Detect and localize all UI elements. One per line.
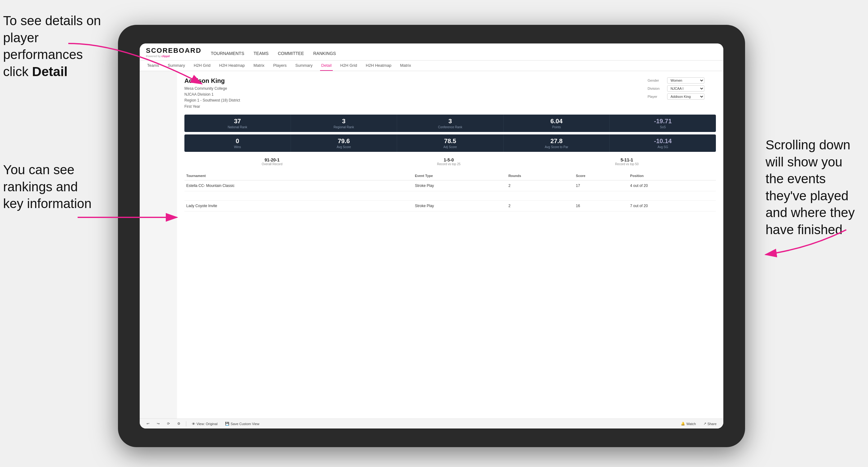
logo-powered: Powered by clippd (146, 55, 202, 58)
stat-regional-rank: 3 Regional Rank (291, 115, 397, 132)
stat-avg-score: 79.6 Avg Score (291, 134, 397, 152)
record-top50: 5-11-1 Record vs top 50 (615, 157, 639, 166)
tab-matrix[interactable]: Matrix (252, 61, 266, 71)
tab-h2h-heatmap[interactable]: H2H Heatmap (218, 61, 246, 71)
toolbar-refresh[interactable]: ⟳ (165, 421, 172, 427)
save-icon: 💾 (225, 422, 229, 426)
share-icon: ↗ (704, 422, 706, 426)
record-overall-label: Overall Record (262, 162, 282, 166)
toolbar-settings[interactable]: ⚙ (176, 421, 182, 427)
records-row: 91-20-1 Overall Record 1-5-0 Record vs t… (184, 154, 716, 169)
nav-tournaments[interactable]: TOURNAMENTS (211, 50, 244, 57)
player-header: Addison King Mesa Community College NJCA… (184, 77, 716, 110)
annotation-top-left: To see details on player performances cl… (3, 12, 108, 80)
tab-h2h-heatmap2[interactable]: H2H Heatmap (365, 61, 393, 71)
player-year: First Year (184, 104, 240, 110)
table-row[interactable]: Estella CC- Mountain Classic Stroke Play… (184, 180, 716, 191)
player-select[interactable]: Addison King (667, 93, 704, 100)
score: 17 (574, 180, 628, 191)
adj-score-label: Adj Score (400, 145, 501, 149)
main-nav: TOURNAMENTS TEAMS COMMITTEE RANKINGS (211, 50, 336, 60)
gender-control: Gender Women (648, 77, 716, 84)
conference-rank-value: 3 (400, 118, 501, 125)
col-score: Score (574, 172, 628, 180)
adj-score-value: 78.5 (400, 137, 501, 145)
national-rank-label: National Rank (187, 125, 288, 129)
wins-label: Wins (187, 145, 288, 149)
annotation-bottom-left: You can see rankings and key information (3, 161, 102, 212)
event-type: Stroke Play (413, 180, 506, 191)
gender-select[interactable]: Women (667, 77, 704, 84)
stats-row1: 37 National Rank 3 Regional Rank 3 Confe… (184, 115, 716, 132)
regional-rank-value: 3 (293, 118, 395, 125)
toolbar-watch[interactable]: 🔔 Watch (679, 421, 698, 427)
player-college: Mesa Community College (184, 86, 240, 92)
sidebar-left (140, 71, 177, 418)
content-panel: Addison King Mesa Community College NJCA… (177, 71, 723, 418)
watch-label: Watch (686, 422, 696, 426)
tab-h2h-grid2[interactable]: H2H Grid (339, 61, 358, 71)
tab-matrix2[interactable]: Matrix (399, 61, 412, 71)
event-type: Stroke Play (413, 200, 506, 211)
avg-sg-value: -10.14 (612, 137, 713, 145)
record-overall-value: 91-20-1 (262, 157, 282, 162)
tab-summary2[interactable]: Summary (294, 61, 314, 71)
nav-committee[interactable]: COMMITTEE (278, 50, 304, 57)
logo-area: SCOREBOARD Powered by clippd (146, 46, 202, 60)
sub-navigation: Teams Summary H2H Grid H2H Heatmap Matri… (140, 61, 723, 71)
stat-adj-score: 78.5 Adj Score (397, 134, 503, 152)
tablet-frame: SCOREBOARD Powered by clippd TOURNAMENTS… (118, 25, 745, 447)
toolbar-view-original[interactable]: 👁 View: Original (190, 421, 219, 427)
tablet-screen: SCOREBOARD Powered by clippd TOURNAMENTS… (140, 43, 723, 429)
tournament-name: Lady Coyote Invite (184, 200, 398, 211)
record-top25-value: 1-5-0 (437, 157, 461, 162)
stat-conference-rank: 3 Conference Rank (397, 115, 503, 132)
wins-value: 0 (187, 137, 288, 145)
toolbar-redo[interactable]: ↪ (155, 421, 161, 427)
record-overall: 91-20-1 Overall Record (262, 157, 282, 166)
stat-points: 6.04 Points (503, 115, 610, 132)
toolbar-save-custom[interactable]: 💾 Save Custom View (223, 421, 261, 427)
player-info: Addison King Mesa Community College NJCA… (184, 77, 240, 110)
col-tournament: Tournament (184, 172, 398, 180)
logo-scoreboard: SCOREBOARD (146, 46, 202, 55)
save-label: Save Custom View (231, 422, 259, 426)
position: 4 out of 20 (628, 180, 716, 191)
sos-value: -19.71 (612, 118, 713, 125)
bottom-toolbar: ↩ ↪ ⟳ ⚙ 👁 View: Original 💾 Save Custom V… (140, 418, 723, 429)
tab-players[interactable]: Players (272, 61, 288, 71)
record-top25-label: Record vs top 25 (437, 162, 461, 166)
tab-summary[interactable]: Summary (166, 61, 186, 71)
share-label: Share (708, 422, 716, 426)
rounds: 2 (507, 180, 574, 191)
division-control: Division NJCAA I (648, 85, 716, 92)
col-position: Position (628, 172, 716, 180)
record-top50-value: 5-11-1 (615, 157, 639, 162)
points-value: 6.04 (506, 118, 607, 125)
tournament-name: Estella CC- Mountain Classic (184, 180, 398, 191)
col-event-type: Event Type (413, 172, 506, 180)
division-select[interactable]: NJCAA I (667, 85, 704, 92)
score: 16 (574, 200, 628, 211)
player-control: Player Addison King (648, 93, 716, 100)
player-division: NJCAA Division 1 (184, 92, 240, 97)
player-name: Addison King (184, 77, 240, 85)
sos-label: SoS (612, 125, 713, 129)
toolbar-undo[interactable]: ↩ (145, 421, 151, 427)
view-icon: 👁 (192, 422, 195, 426)
table-row[interactable]: Lady Coyote Invite Stroke Play 2 16 7 ou… (184, 200, 716, 211)
tab-detail[interactable]: Detail (320, 61, 333, 71)
watch-icon: 🔔 (681, 422, 685, 426)
nav-teams[interactable]: TEAMS (254, 50, 269, 57)
stat-avg-score-par: 27.8 Avg Score to Par (503, 134, 610, 152)
nav-rankings[interactable]: RANKINGS (313, 50, 336, 57)
division-label: Division (648, 87, 665, 90)
table-row[interactable] (184, 191, 716, 200)
tab-h2h-grid[interactable]: H2H Grid (192, 61, 212, 71)
conference-rank-label: Conference Rank (400, 125, 501, 129)
view-label: View: Original (196, 422, 218, 426)
tab-teams[interactable]: Teams (146, 61, 160, 71)
gender-label: Gender (648, 79, 665, 82)
toolbar-share[interactable]: ↗ Share (702, 421, 718, 427)
main-content: Addison King Mesa Community College NJCA… (140, 71, 723, 418)
